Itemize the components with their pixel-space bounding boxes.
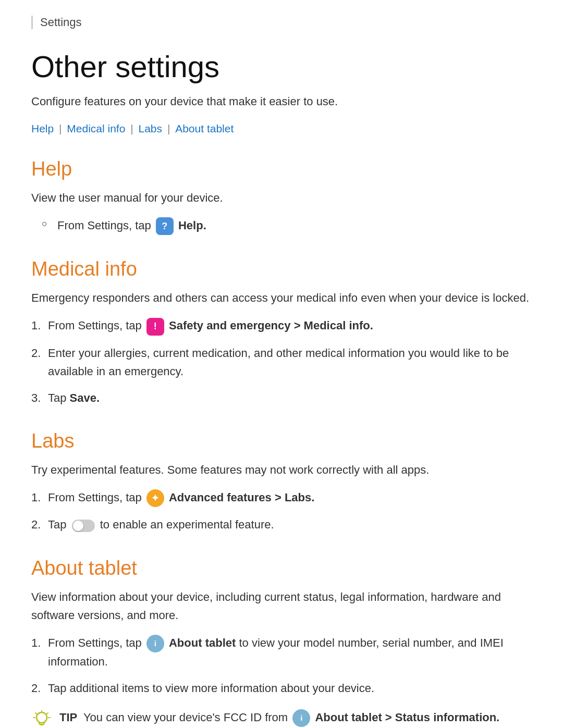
section-about: About tablet View information about your…: [31, 557, 532, 728]
toc-separator-1: |: [56, 122, 65, 134]
toc-link-medical[interactable]: Medical info: [67, 122, 125, 134]
tip-box: TIP You can view your device's FCC ID fr…: [31, 708, 532, 728]
tip-label: TIP: [59, 711, 77, 724]
toc-separator-3: |: [164, 122, 173, 134]
tip-text: TIP You can view your device's FCC ID fr…: [59, 708, 499, 727]
medical-step-2: 2. Enter your allergies, current medicat…: [31, 344, 532, 380]
section-help-title: Help: [31, 158, 532, 180]
about-step-num-2: 2.: [31, 679, 41, 697]
step-num-3: 3.: [31, 389, 41, 407]
breadcrumb: Settings: [31, 16, 532, 29]
help-step-text: From Settings, tap ? Help.: [57, 219, 206, 232]
labs-step1-bold: Advanced features > Labs.: [169, 491, 314, 504]
help-icon-badge: ?: [156, 217, 174, 235]
about-step-2: 2. Tap additional items to view more inf…: [31, 679, 532, 697]
section-medical-desc: Emergency responders and others can acce…: [31, 289, 532, 307]
toc-separator-2: |: [127, 122, 136, 134]
section-medical: Medical info Emergency responders and ot…: [31, 258, 532, 407]
toggle-icon: [72, 520, 95, 532]
toc-links: Help | Medical info | Labs | About table…: [31, 122, 532, 135]
section-about-title: About tablet: [31, 557, 532, 579]
toc-link-labs[interactable]: Labs: [139, 122, 163, 134]
tip-icon: [31, 709, 52, 728]
page-subtitle: Configure features on your device that m…: [31, 93, 532, 110]
svg-point-0: [36, 712, 47, 723]
about-steps: 1. From Settings, tap i About tablet to …: [31, 634, 532, 698]
medical-step-3: 3. Tap Save.: [31, 389, 532, 407]
toc-link-help[interactable]: Help: [31, 122, 54, 134]
medical-step-1: 1. From Settings, tap ! Safety and emerg…: [31, 316, 532, 335]
labs-step-1: 1. From Settings, tap ✦ Advanced feature…: [31, 488, 532, 507]
section-help-desc: View the user manual for your device.: [31, 189, 532, 207]
step-num-1: 1.: [31, 316, 41, 335]
help-bullet-item: From Settings, tap ? Help.: [31, 216, 532, 235]
medical-step3-bold: Save.: [70, 391, 100, 404]
labs-steps: 1. From Settings, tap ✦ Advanced feature…: [31, 488, 532, 534]
medical-step1-bold: Safety and emergency > Medical info.: [169, 319, 373, 332]
tip-bold: About tablet > Status information.: [315, 711, 499, 724]
safety-icon-badge: !: [146, 318, 164, 336]
help-bold-label: Help.: [178, 219, 206, 232]
about-step-num-1: 1.: [31, 634, 41, 652]
section-labs-title: Labs: [31, 430, 532, 452]
labs-step-2: 2. Tap to enable an experimental feature…: [31, 515, 532, 534]
labs-step-num-1: 1.: [31, 488, 41, 507]
about-step2-text: Tap additional items to view more inform…: [48, 682, 374, 695]
labs-step-num-2: 2.: [31, 515, 41, 534]
section-medical-title: Medical info: [31, 258, 532, 280]
about-step1-bold: About tablet: [169, 636, 236, 649]
section-about-desc: View information about your device, incl…: [31, 588, 532, 624]
section-labs-desc: Try experimental features. Some features…: [31, 461, 532, 479]
medical-step2-text: Enter your allergies, current medication…: [48, 347, 509, 378]
labs-icon-badge: ✦: [146, 489, 164, 507]
medical-steps: 1. From Settings, tap ! Safety and emerg…: [31, 316, 532, 407]
svg-line-3: [35, 713, 36, 714]
about-step-1: 1. From Settings, tap i About tablet to …: [31, 634, 532, 671]
breadcrumb-label: Settings: [40, 16, 82, 29]
step-num-2: 2.: [31, 344, 41, 362]
about-icon-badge-2: i: [292, 709, 310, 727]
about-icon-badge-1: i: [146, 635, 164, 652]
svg-line-4: [47, 713, 48, 714]
section-labs: Labs Try experimental features. Some fea…: [31, 430, 532, 534]
page-title: Other settings: [31, 50, 532, 83]
section-help: Help View the user manual for your devic…: [31, 158, 532, 235]
toc-link-about[interactable]: About tablet: [175, 122, 234, 134]
